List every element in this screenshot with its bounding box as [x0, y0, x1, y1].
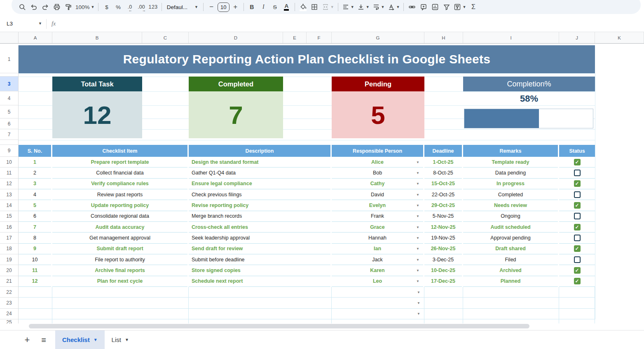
strikethrough-button[interactable]: S [269, 2, 281, 12]
empty-cell-person[interactable]: ▼ [332, 298, 424, 308]
empty-cell[interactable] [424, 287, 463, 298]
cell-sno[interactable]: 7 [19, 222, 51, 233]
table-header-person[interactable]: Responsible Person [332, 145, 423, 157]
row-header-1[interactable]: 1 [0, 45, 19, 73]
status-checkbox[interactable] [574, 159, 581, 165]
cell-deadline[interactable]: 29-Oct-25 [424, 200, 462, 211]
dropdown-icon[interactable]: ▼ [416, 225, 419, 229]
font-size-input[interactable]: 10 [218, 2, 229, 12]
dropdown-icon[interactable]: ▼ [417, 312, 420, 316]
cell-status[interactable] [559, 179, 595, 189]
cell-sno[interactable]: 1 [19, 157, 51, 168]
cell-deadline[interactable]: 17-Dec-25 [424, 276, 462, 287]
status-checkbox[interactable] [574, 278, 581, 284]
cell-remarks[interactable]: Template ready [463, 157, 558, 168]
dropdown-icon[interactable]: ▼ [416, 182, 419, 186]
empty-cell[interactable] [189, 298, 332, 308]
row-header[interactable]: 24 [0, 309, 19, 319]
borders-button[interactable] [309, 2, 320, 12]
cell-deadline[interactable]: 5-Nov-25 [424, 211, 462, 222]
cell-deadline[interactable]: 22-Oct-25 [424, 189, 462, 200]
row-header-5[interactable]: 5 [0, 105, 19, 119]
dropdown-icon[interactable]: ▼ [416, 258, 419, 261]
row-header[interactable]: 23 [0, 298, 19, 308]
text-color-button[interactable]: A [281, 2, 292, 12]
cell-person[interactable]: Frank ▼ [332, 211, 423, 222]
increase-font-size-button[interactable]: + [230, 2, 241, 12]
cell-person[interactable]: Hannah ▼ [332, 233, 423, 243]
cell-deadline[interactable]: 1-Oct-25 [424, 157, 462, 168]
dropdown-icon[interactable]: ▼ [416, 236, 419, 240]
row-header[interactable]: 11 [0, 168, 19, 178]
cell-status[interactable] [559, 233, 595, 243]
cell-person[interactable]: Grace ▼ [332, 222, 423, 233]
filter-views-button[interactable]: ▼ [452, 2, 467, 12]
empty-cell[interactable] [189, 287, 332, 298]
sheet-tab[interactable]: Checklist ▼ [55, 330, 105, 349]
cell-person[interactable]: Evelyn ▼ [332, 200, 423, 211]
cell-desc[interactable]: Cross-check all entries [189, 222, 330, 233]
cell-desc[interactable]: Ensure legal compliance [189, 179, 330, 189]
row-header[interactable]: 13 [0, 189, 19, 200]
status-checkbox[interactable] [574, 213, 581, 219]
row-header[interactable]: 12 [0, 179, 19, 189]
cell-status[interactable] [559, 189, 595, 200]
bold-button[interactable]: B [246, 2, 258, 12]
row-header-9[interactable]: 9 [0, 145, 19, 157]
insert-chart-button[interactable] [429, 2, 440, 12]
table-header-remarks[interactable]: Remarks [463, 145, 558, 157]
status-checkbox[interactable] [574, 267, 581, 274]
dropdown-icon[interactable]: ▼ [416, 171, 419, 174]
dropdown-icon[interactable]: ▼ [416, 247, 419, 251]
status-checkbox[interactable] [574, 191, 581, 198]
cell-status[interactable] [559, 222, 595, 233]
cell-person[interactable]: Jack ▼ [332, 254, 423, 265]
cell-deadline[interactable]: 3-Dec-25 [424, 254, 462, 265]
cell-remarks[interactable]: Audit scheduled [463, 222, 558, 233]
dropdown-icon[interactable]: ▼ [417, 301, 420, 305]
column-header-f[interactable]: F [307, 32, 332, 43]
cell-status[interactable] [559, 168, 595, 178]
cell-status[interactable] [559, 254, 595, 265]
cell-desc[interactable]: Design the standard format [189, 157, 330, 168]
cell-remarks[interactable]: Approval pending [463, 233, 558, 243]
cell-deadline[interactable]: 10-Dec-25 [424, 265, 462, 276]
fill-color-button[interactable] [297, 2, 309, 12]
row-header[interactable]: 20 [0, 265, 19, 276]
dropdown-icon[interactable]: ▼ [417, 290, 420, 294]
dropdown-icon[interactable]: ▼ [416, 193, 419, 196]
cell-person[interactable]: Bob ▼ [332, 168, 423, 178]
cell-remarks[interactable]: Needs review [463, 200, 558, 211]
cell-desc[interactable]: Submit before deadline [189, 254, 330, 265]
cell-deadline[interactable]: 26-Nov-25 [424, 244, 462, 254]
cell-item[interactable]: Submit draft report [52, 244, 187, 254]
cell-deadline[interactable]: 8-Oct-25 [424, 168, 462, 178]
dropdown-icon[interactable]: ▼ [416, 214, 419, 218]
horizontal-align-button[interactable]: ▼ [341, 2, 356, 12]
row-header-8-collapsed[interactable] [0, 140, 19, 145]
empty-cell[interactable] [52, 298, 189, 308]
cell-sno[interactable]: 4 [19, 189, 51, 200]
status-checkbox[interactable] [574, 202, 581, 209]
vertical-align-button[interactable]: ▼ [356, 2, 371, 12]
merge-cells-button[interactable]: ▼ [321, 2, 335, 12]
status-checkbox[interactable] [574, 180, 581, 187]
cell-person[interactable]: Karen ▼ [332, 265, 423, 276]
cell-status[interactable] [559, 276, 595, 287]
horizontal-scrollbar[interactable] [29, 324, 529, 328]
cell-item[interactable]: Audit data accuracy [52, 222, 187, 233]
empty-cell[interactable] [559, 298, 595, 308]
row-header-25-partial[interactable]: 25 [0, 319, 19, 323]
zoom-select[interactable]: 100%▼ [74, 2, 96, 12]
cell-sno[interactable]: 12 [19, 276, 51, 287]
text-rotation-button[interactable]: ▼ [386, 2, 401, 12]
print-button[interactable] [51, 2, 62, 12]
table-header-item[interactable]: Checklist Item [52, 145, 187, 157]
status-checkbox[interactable] [574, 256, 581, 263]
cell-desc[interactable]: Gather Q1-Q4 data [189, 168, 330, 178]
cell-item[interactable]: File report to authority [52, 254, 187, 265]
row-header[interactable]: 16 [0, 222, 19, 233]
cell-sno[interactable]: 5 [19, 200, 51, 211]
undo-button[interactable] [28, 2, 39, 12]
cell-remarks[interactable]: Filed [463, 254, 558, 265]
